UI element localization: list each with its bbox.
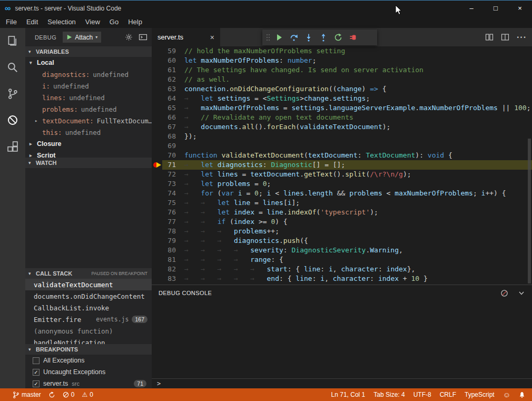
code-line[interactable]: 67→ documents.all().forEach(validateText…	[152, 122, 532, 132]
code-line[interactable]: 63connection.onDidChangeConfiguration((c…	[152, 84, 532, 94]
breakpoint-gutter[interactable]	[152, 189, 162, 198]
breakpoint-gutter[interactable]	[152, 236, 162, 246]
code-line[interactable]: 76→ → let index = line.indexOf('typescri…	[152, 208, 532, 217]
activity-search[interactable]	[0, 54, 25, 81]
watch-section-header[interactable]: ▾ WATCH	[25, 158, 152, 168]
checkbox-icon[interactable]: ✓	[33, 369, 40, 376]
toolbar-drag-handle[interactable]	[264, 33, 272, 42]
error-count[interactable]: 0	[63, 391, 75, 398]
menu-item-go[interactable]: Go	[105, 18, 123, 26]
bell-icon[interactable]	[519, 392, 525, 398]
breakpoint-gutter[interactable]	[152, 56, 162, 65]
breakpoint-gutter[interactable]	[152, 94, 162, 103]
call-stack-frame[interactable]: handleNotification	[25, 337, 152, 344]
menu-item-file[interactable]: File	[1, 18, 22, 26]
chevron-down-icon[interactable]	[518, 289, 525, 297]
variable-row[interactable]: diagnostics:undefined	[25, 69, 152, 80]
split-editor-icon[interactable]	[485, 33, 494, 41]
breakpoint-gutter[interactable]	[152, 265, 162, 274]
git-branch-status[interactable]: master	[13, 391, 41, 399]
editor-scrollbar[interactable]	[528, 139, 531, 283]
code-line[interactable]: 64→ let settings = <Settings>change.sett…	[152, 94, 532, 103]
variable-row[interactable]: lines:undefined	[25, 92, 152, 103]
breakpoint-gutter[interactable]	[152, 227, 162, 236]
editor-layout-icon[interactable]	[501, 33, 509, 41]
code-line[interactable]: 73→ let problems = 0;	[152, 179, 532, 189]
breakpoint-gutter[interactable]	[152, 46, 162, 56]
breakpoint-gutter[interactable]	[152, 122, 162, 132]
code-line[interactable]: 62// as well.	[152, 75, 532, 84]
checkbox-icon[interactable]: ✓	[33, 380, 40, 387]
menu-item-view[interactable]: View	[81, 18, 105, 26]
breakpoint-item[interactable]: ✓server.tssrc71	[25, 378, 152, 388]
variable-row[interactable]: ▸textDocument:FullTextDocum…	[25, 115, 152, 126]
code-editor[interactable]: 59// hold the maxNumberOfProblems settin…	[152, 46, 532, 285]
code-line[interactable]: 70function validateTextDocument(textDocu…	[152, 151, 532, 160]
code-line[interactable]: 60let maxNumberOfProblems: number;	[152, 56, 532, 65]
breakpoint-gutter[interactable]	[152, 246, 162, 255]
disconnect-button[interactable]	[346, 30, 360, 45]
breakpoint-gutter[interactable]	[152, 170, 162, 179]
code-line[interactable]: 59// hold the maxNumberOfProblems settin…	[152, 46, 532, 56]
activity-explorer[interactable]	[0, 28, 25, 54]
breakpoint-gutter[interactable]	[152, 103, 162, 113]
variable-row[interactable]: this:undefined	[25, 126, 152, 138]
call-stack-frame[interactable]: Emitter.fireevents.js167	[25, 314, 152, 325]
cursor-position[interactable]: Ln 71, Col 1	[331, 391, 366, 398]
maximize-button[interactable]: □	[484, 1, 508, 16]
breakpoint-gutter[interactable]	[152, 151, 162, 160]
breakpoint-gutter[interactable]	[152, 179, 162, 189]
menu-item-edit[interactable]: Edit	[22, 18, 43, 26]
breakpoint-gutter[interactable]	[152, 208, 162, 217]
code-line[interactable]: 72→ let lines = textDocument.getText().s…	[152, 170, 532, 179]
breakpoint-gutter[interactable]	[152, 113, 162, 122]
code-line[interactable]: 75→ → let line = lines[i];	[152, 198, 532, 208]
language-mode[interactable]: TypeScript	[465, 391, 495, 398]
tab-close-icon[interactable]: ×	[210, 33, 214, 42]
step-out-button[interactable]	[316, 30, 331, 45]
code-line[interactable]: 82→ → → → → start: { line: i, character:…	[152, 265, 532, 274]
debug-launch-select[interactable]: Attach ▾	[63, 32, 101, 43]
activity-source-control[interactable]	[0, 81, 25, 107]
code-line[interactable]: 69	[152, 141, 532, 151]
eol-sequence[interactable]: CRLF	[440, 391, 456, 398]
breakpoint-item[interactable]: All Exceptions	[25, 355, 152, 366]
breakpoint-item[interactable]: ✓Uncaught Exceptions	[25, 366, 152, 378]
code-line[interactable]: 77→ → if (index >= 0) {	[152, 217, 532, 227]
call-stack-frame[interactable]: documents.onDidChangeContent	[25, 290, 152, 302]
code-line[interactable]: 65→ maxNumberOfProblems = settings.langu…	[152, 103, 532, 113]
feedback-smiley-icon[interactable]: ☺	[503, 391, 510, 398]
menu-item-selection[interactable]: Selection	[43, 18, 80, 26]
encoding[interactable]: UTF-8	[413, 391, 431, 398]
breakpoint-gutter[interactable]	[152, 75, 162, 84]
continue-button[interactable]	[272, 30, 287, 45]
tab-size[interactable]: Tab Size: 4	[373, 391, 405, 398]
breakpoint-gutter[interactable]	[152, 65, 162, 75]
close-button[interactable]: ×	[508, 1, 532, 16]
step-into-button[interactable]	[301, 30, 316, 45]
code-line[interactable]: 80→ → → → severity: DiagnosticSeverity.W…	[152, 246, 532, 255]
checkbox-icon[interactable]	[33, 357, 40, 364]
breakpoint-gutter[interactable]	[152, 274, 162, 283]
breakpoint-gutter[interactable]	[152, 160, 162, 170]
variable-row[interactable]: problems:undefined	[25, 103, 152, 115]
variable-scope[interactable]: ▸Script	[25, 150, 152, 158]
breakpoint-gutter[interactable]	[152, 217, 162, 227]
code-line[interactable]: 81→ → → → range: {	[152, 255, 532, 265]
call-stack-frame[interactable]: CallbackList.invoke	[25, 302, 152, 314]
call-stack-section-header[interactable]: ▾ CALL STACK PAUSED ON BREAKPOINT	[25, 268, 152, 279]
code-line[interactable]: 68});	[152, 132, 532, 141]
breakpoints-section-header[interactable]: ▾ BREAKPOINTS	[25, 344, 152, 355]
breakpoint-gutter[interactable]	[152, 198, 162, 208]
configure-gear-icon[interactable]	[125, 33, 133, 41]
more-actions-icon[interactable]: ···	[517, 33, 527, 42]
breakpoint-gutter[interactable]	[152, 255, 162, 265]
variables-section-header[interactable]: ▾ VARIABLES	[25, 46, 152, 57]
menu-item-help[interactable]: Help	[123, 18, 147, 26]
call-stack-frame[interactable]: validateTextDocument	[25, 279, 152, 290]
code-line[interactable]: 83→ → → → → end: { line: i, character: i…	[152, 274, 532, 283]
code-line[interactable]: 74→ for (var i = 0; i < lines.length && …	[152, 189, 532, 198]
variable-row[interactable]: i:undefined	[25, 80, 152, 92]
call-stack-frame[interactable]: (anonymous function)	[25, 325, 152, 337]
code-line[interactable]: 78→ → → problems++;	[152, 227, 532, 236]
